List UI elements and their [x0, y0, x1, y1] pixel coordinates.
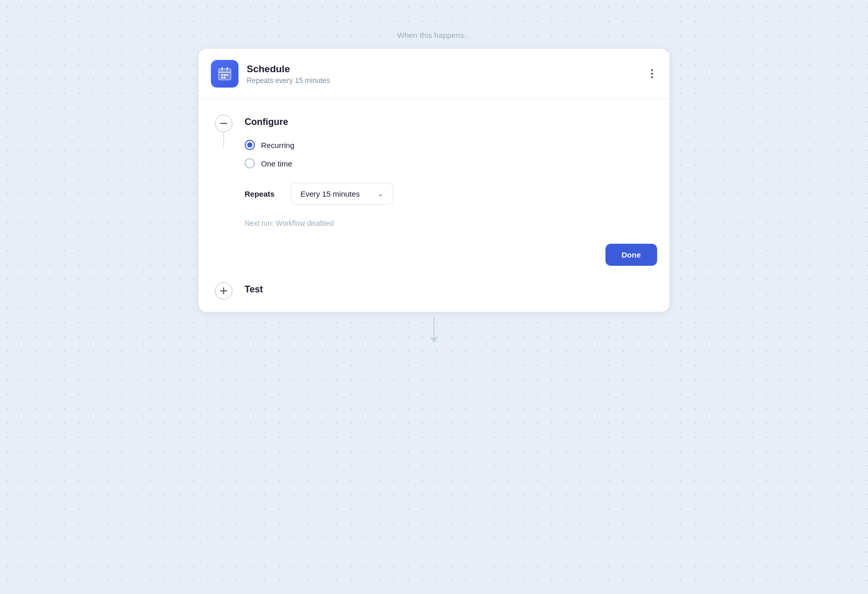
minus-icon	[220, 123, 227, 124]
next-run-text: Next run: Workflow disabled	[245, 219, 657, 227]
configure-section-row: Configure Recurring	[211, 115, 657, 270]
schedule-icon	[211, 60, 238, 88]
one-time-label: One time	[261, 159, 292, 168]
header-subtitle: Repeats every 15 minutes	[247, 76, 647, 84]
configure-section-indicator	[211, 115, 236, 147]
card-body: Configure Recurring	[199, 99, 669, 312]
svg-rect-4	[224, 74, 226, 76]
header-text: Schedule Repeats every 15 minutes	[247, 63, 647, 84]
test-section-row: Test	[211, 274, 657, 300]
radio-checked-indicator	[247, 142, 252, 147]
test-section-indicator	[211, 282, 236, 300]
configure-form: Recurring One time Repeats Every 15 m	[245, 140, 657, 270]
one-time-radio[interactable]	[245, 158, 255, 168]
configure-content: Configure Recurring	[236, 115, 657, 270]
recurring-radio[interactable]	[245, 140, 255, 150]
done-button-row: Done	[245, 244, 657, 266]
section-vertical-line	[223, 132, 224, 147]
recurring-label: Recurring	[261, 141, 294, 150]
card-header: Schedule Repeats every 15 minutes	[199, 49, 669, 99]
recurring-radio-label[interactable]: Recurring	[245, 140, 657, 150]
svg-rect-2	[219, 72, 231, 73]
schedule-type-radio-group: Recurring One time	[245, 140, 657, 168]
arrow-line	[433, 317, 435, 337]
calendar-icon	[217, 66, 232, 81]
plus-icon	[220, 287, 227, 294]
more-icon	[651, 69, 653, 78]
svg-rect-7	[224, 77, 226, 78]
test-title: Test	[245, 282, 657, 295]
svg-rect-5	[226, 74, 228, 76]
done-button[interactable]: Done	[605, 244, 658, 266]
header-title: Schedule	[247, 63, 647, 75]
test-content: Test	[236, 282, 657, 295]
page-background: When this happens... Schedul	[0, 31, 868, 343]
more-options-button[interactable]	[647, 65, 657, 82]
svg-rect-6	[221, 77, 223, 78]
chevron-down-icon: ⌄	[378, 190, 383, 198]
when-label: When this happens...	[397, 31, 471, 39]
arrow-down-icon	[430, 337, 438, 343]
svg-rect-3	[221, 74, 223, 76]
expand-test-button[interactable]	[215, 282, 232, 300]
workflow-card: Schedule Repeats every 15 minutes	[199, 49, 669, 312]
repeats-dropdown[interactable]: Every 15 minutes ⌄	[291, 183, 393, 205]
collapse-configure-button[interactable]	[215, 115, 232, 132]
repeats-value: Every 15 minutes	[300, 189, 360, 198]
repeats-label: Repeats	[245, 189, 280, 198]
configure-title: Configure	[245, 115, 657, 128]
one-time-radio-label[interactable]: One time	[245, 158, 657, 168]
bottom-connector-arrow	[430, 317, 438, 343]
repeats-row: Repeats Every 15 minutes ⌄	[245, 183, 657, 205]
